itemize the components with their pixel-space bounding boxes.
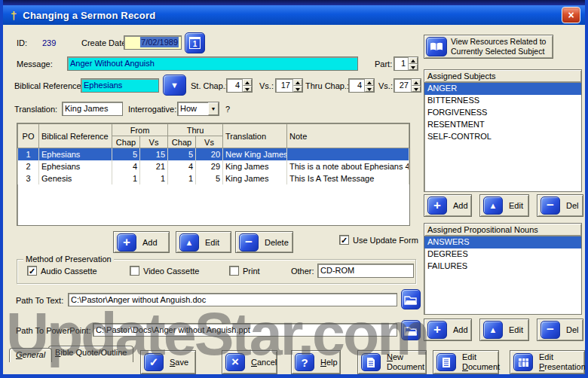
spin-down-icon: [365, 86, 374, 93]
add-subject-label: Add: [453, 201, 468, 210]
cancel-button-label: Cancel: [251, 358, 277, 367]
delete-reference-button[interactable]: − Delete: [235, 231, 293, 253]
edit-reference-button[interactable]: ▲ Edit: [176, 231, 231, 253]
col-header-po[interactable]: PO: [18, 124, 39, 148]
interrogative-label: Interrogative:: [128, 105, 176, 114]
title-bar: † Changing a Sermon Record ×: [3, 5, 585, 25]
cell-note: This is a note about Ephesians 4-21: [287, 160, 409, 172]
add-subject-button[interactable]: + Add: [424, 194, 472, 217]
st-vs-spin-buttons[interactable]: [292, 79, 302, 92]
interrogative-dropdown-button[interactable]: ▼: [208, 102, 219, 115]
use-update-form-checkbox[interactable]: ✓: [339, 235, 349, 245]
cell-from-chap: 1: [112, 172, 140, 184]
col-header-thru-vs[interactable]: Vs: [196, 136, 223, 148]
cancel-button[interactable]: × Cancel: [222, 350, 277, 374]
cell-ref: Ephesians: [39, 148, 112, 160]
browse-powerpoint-folder-button[interactable]: [401, 320, 421, 340]
col-header-from[interactable]: From: [112, 124, 168, 136]
save-button-label: Save: [170, 358, 188, 367]
col-header-from-vs[interactable]: Vs: [140, 136, 168, 148]
edit-subject-button[interactable]: ▲ Edit: [479, 194, 529, 217]
st-vs-spinner[interactable]: 17: [275, 78, 303, 93]
view-resources-label-line1: View Resources Related to: [451, 37, 546, 47]
col-header-from-chap[interactable]: Chap: [112, 136, 140, 148]
save-button[interactable]: ✓ Save: [140, 350, 196, 374]
edit-presentation-label-line1: Edit: [539, 352, 586, 362]
delete-noun-button[interactable]: − Del: [537, 319, 583, 341]
add-noun-button[interactable]: + Add: [424, 319, 472, 341]
edit-presentation-button[interactable]: Edit Presentation: [510, 350, 585, 374]
message-input[interactable]: Anger Without Anguish: [67, 56, 358, 71]
list-item[interactable]: FAILURES: [424, 261, 581, 273]
col-header-biblical-reference[interactable]: Biblical Reference: [39, 124, 112, 148]
assigned-subjects-header: Assigned Subjects: [424, 70, 581, 83]
st-chap-spin-buttons[interactable]: [242, 79, 252, 92]
list-item[interactable]: FORGIVENESS: [424, 107, 581, 119]
view-resources-button[interactable]: View Resources Related to Currently Sele…: [424, 35, 553, 59]
cell-translation: New King James: [223, 148, 287, 160]
cell-from-vs: 21: [140, 160, 168, 172]
biblical-reference-dropdown-button[interactable]: ▼: [163, 75, 186, 96]
new-document-button[interactable]: New Document: [357, 350, 427, 374]
view-resources-label-line2: Currently Selected Subject: [451, 47, 546, 56]
table-row[interactable]: 2 Ephesians 4 21 4 29 King James This is…: [18, 160, 409, 172]
calendar-button[interactable]: 1: [185, 32, 205, 53]
biblical-reference-input[interactable]: Ephesians: [81, 78, 159, 93]
create-date-input[interactable]: 7/02/1989: [124, 35, 182, 50]
calendar-icon: 1: [189, 37, 201, 49]
edit-document-button[interactable]: Edit Document: [433, 350, 499, 374]
spin-up-icon: [243, 79, 252, 86]
edit-document-label-line1: Edit: [462, 352, 500, 362]
spin-down-icon: [293, 86, 302, 93]
help-button[interactable]: ? Help: [291, 350, 341, 374]
translation-input[interactable]: King James: [62, 102, 123, 116]
thru-vs-spinner[interactable]: 27: [394, 78, 421, 93]
delete-subject-button[interactable]: − Del: [537, 194, 583, 217]
path-to-powerpoint-input[interactable]: C:\Pastor\Docs\Anger without Anguish.ppt: [93, 323, 397, 337]
list-item[interactable]: SELF-CONTROL: [424, 131, 581, 143]
thru-chap-spinner[interactable]: 4: [348, 78, 375, 93]
table-row[interactable]: 1 Ephesians 5 15 5 20 New King James: [18, 148, 409, 160]
print-label: Print: [243, 267, 260, 276]
thru-vs-spin-buttons[interactable]: [411, 79, 421, 92]
cell-note: This Is A Test Message: [287, 172, 409, 184]
tab-bible-quote-outline[interactable]: Bible Quote/Outline: [48, 346, 133, 362]
col-header-thru-chap[interactable]: Chap: [168, 136, 196, 148]
browse-text-folder-button[interactable]: [401, 289, 421, 309]
table-row[interactable]: 3 Genesis 1 1 1 5 King James This Is A T…: [18, 172, 409, 184]
x-icon: ×: [225, 353, 245, 371]
document-icon: [436, 353, 456, 371]
biblical-reference-table: PO Biblical Reference From Thru Translat…: [17, 123, 410, 226]
path-to-text-input[interactable]: C:\Pastor\Anger without Anguish.doc: [68, 293, 397, 306]
cell-from-vs: 15: [140, 148, 168, 160]
list-item[interactable]: ANGER: [424, 83, 581, 95]
col-header-translation[interactable]: Translation: [223, 124, 287, 148]
list-item[interactable]: DEGREES: [424, 248, 581, 261]
presentation-icon: [513, 353, 533, 371]
thru-chap-spin-buttons[interactable]: [364, 79, 374, 92]
add-reference-button[interactable]: + Add: [113, 231, 170, 253]
edit-triangle-icon: ▲: [179, 233, 199, 251]
tab-general[interactable]: General: [9, 348, 52, 362]
cross-app-icon: †: [11, 9, 17, 22]
open-folder-icon: [404, 325, 418, 336]
thru-vs-label: Vs.:: [378, 81, 393, 90]
st-chap-spinner[interactable]: 4: [226, 78, 253, 93]
print-checkbox[interactable]: [229, 266, 239, 276]
part-spin-buttons[interactable]: [408, 57, 418, 70]
use-update-form-label: Use Update Form: [353, 236, 418, 245]
part-spinner[interactable]: 1: [394, 56, 418, 71]
col-header-note[interactable]: Note: [287, 124, 409, 148]
video-cassette-checkbox[interactable]: [130, 266, 139, 276]
list-item[interactable]: BITTERNESS: [424, 95, 581, 107]
close-button[interactable]: ×: [562, 7, 580, 23]
col-header-thru[interactable]: Thru: [168, 124, 223, 136]
plus-icon: +: [427, 321, 447, 339]
list-item[interactable]: RESENTMENT: [424, 119, 581, 131]
edit-noun-button[interactable]: ▲ Edit: [479, 319, 529, 341]
cell-from-vs: 1: [140, 172, 168, 184]
cell-thru-chap: 4: [168, 160, 196, 172]
list-item[interactable]: ANSWERS: [424, 236, 581, 248]
audio-cassette-checkbox[interactable]: ✓: [27, 266, 37, 276]
other-input[interactable]: CD-ROM: [317, 264, 414, 278]
